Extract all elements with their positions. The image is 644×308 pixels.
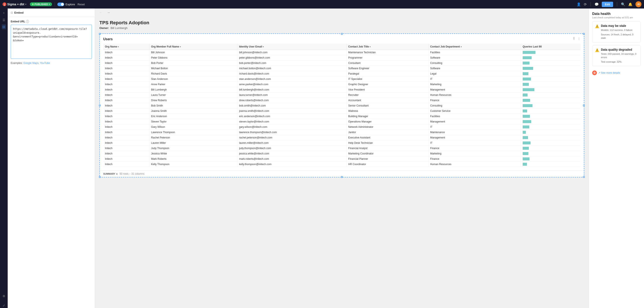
table-row: Initech Judy Thompson judy.thompson@init… — [103, 146, 580, 151]
col-email[interactable]: Identity User Email ▾ — [237, 44, 346, 50]
sidebar-icon-add[interactable]: ＋ — [2, 10, 6, 16]
sidebar-icon-embed[interactable]: ⊡ — [2, 24, 6, 29]
data-health-title: Data health — [592, 12, 640, 16]
table-row: Initech Lawrence Thompson lawrence.thomp… — [103, 130, 580, 135]
col-member-name[interactable]: Org Member Full Name ▾ — [149, 44, 237, 50]
col-title-filter-icon: ▾ — [370, 45, 370, 48]
data-health-panel: Data health Last check completed today a… — [588, 8, 644, 308]
edit-button[interactable]: Edit — [602, 2, 613, 7]
report-title: TPS Reports Adoption — [99, 20, 584, 25]
sidebar-icon-settings[interactable]: ⚙ — [2, 294, 6, 299]
cell-bar — [521, 140, 580, 146]
published-badge[interactable]: PUBLISHED — [30, 2, 52, 6]
cell-email: mark.roberts@initech.com — [237, 156, 346, 162]
reset-button[interactable]: Reset — [78, 3, 85, 6]
forward-button[interactable]: → — [106, 10, 111, 15]
resize-handle-br[interactable] — [583, 176, 585, 178]
cell-bar — [521, 92, 580, 98]
dbt-logo-icon — [592, 70, 597, 75]
resize-handle-tm[interactable] — [341, 33, 343, 35]
table-row: Initech Drew Roberts drew.roberts@initec… — [103, 98, 580, 103]
cell-bar — [521, 156, 580, 162]
cell-email: lauren.miller@initech.com — [237, 140, 346, 146]
resize-handle-tl[interactable] — [99, 33, 101, 35]
col-job-dept[interactable]: Contact Job Department ▾ — [428, 44, 521, 50]
comment-icon[interactable]: 💬 — [594, 2, 599, 6]
embed-url-label: Embed URL i — [11, 20, 92, 23]
table-row: Initech Gary Wilson gary.wilson@initech.… — [103, 124, 580, 130]
table-row: Initech Lauren Miller lauren.miller@init… — [103, 140, 580, 146]
cell-org: Initech — [103, 146, 149, 151]
table-body: Initech Bill Johnson bill.johnson@initec… — [103, 50, 580, 167]
cell-org: Initech — [103, 92, 149, 98]
cell-email: michael.bolton@initech.com — [237, 66, 346, 71]
quality-warning-icon: ⚠️ — [595, 48, 599, 52]
cell-bar — [521, 146, 580, 151]
table-row: Initech Mark Roberts mark.roberts@initec… — [103, 156, 580, 162]
see-more-link[interactable]: ↗ See more details — [598, 71, 620, 74]
cell-org: Initech — [103, 50, 149, 55]
explore-label: Explore — [66, 3, 75, 6]
table-inner: Users Org Name ▾ — [100, 34, 584, 170]
cell-dept: Maintenance — [428, 130, 521, 135]
app-title: Sigma + dbt — [7, 2, 24, 6]
cell-dept: Finance — [428, 146, 521, 151]
cell-name: Stan Anderson — [149, 76, 237, 82]
cell-name: Bob Smith — [149, 103, 237, 108]
col-job-title[interactable]: Contact Job Title ▾ — [346, 44, 428, 50]
resize-handle-tr[interactable] — [583, 33, 585, 35]
example-google-maps-link[interactable]: Google Maps — [23, 61, 38, 64]
cell-name: Lawrence Thompson — [149, 130, 237, 135]
people-icon[interactable]: 👤 — [576, 2, 581, 6]
search-icon[interactable]: 🔍 — [621, 2, 625, 6]
table-row: Initech Bob Porter bob.porter@initech.co… — [103, 60, 580, 66]
embed-url-input[interactable]: https://metadata.cloud.getdbt.com/exposu… — [11, 25, 92, 59]
main-content: ← → TPS Reports Adoption Owner: Bill Lum… — [95, 8, 588, 308]
cell-title: Vice President — [346, 87, 428, 92]
cell-org: Initech — [103, 87, 149, 92]
table-more-button[interactable]: ⋮ — [576, 36, 581, 41]
bell-icon[interactable]: 🔔 — [628, 2, 632, 6]
table-row: Initech Michael Bolton michael.bolton@in… — [103, 66, 580, 71]
stale-warning-icon: ⚠️ — [595, 24, 599, 28]
cell-name: Laura Turner — [149, 92, 237, 98]
cell-name: Michael Bolton — [149, 66, 237, 71]
data-health-footer: ↗ See more details — [592, 70, 640, 75]
cell-org: Initech — [103, 130, 149, 135]
table-row: Initech Joanna Smith joanna.smith@initec… — [103, 108, 580, 114]
col-queries[interactable]: Queries Last 90 — [521, 44, 580, 50]
cell-dept: Human Resources — [428, 162, 521, 167]
col-org-name[interactable]: Org Name ▾ — [103, 44, 149, 50]
cell-name: Jessica White — [149, 151, 237, 156]
explore-toggle-switch[interactable] — [57, 2, 64, 6]
explore-toggle[interactable]: Explore — [57, 2, 75, 6]
cell-dept: Consulting — [428, 103, 521, 108]
summary-button[interactable]: SUMMARY ∧ — [103, 173, 118, 175]
table-row: Initech Eric Anderson eric.anderson@init… — [103, 114, 580, 119]
cell-email: lawrence.thompson@initech.com — [237, 130, 346, 135]
share-icon[interactable]: ⟳ — [584, 2, 587, 6]
resize-handle-bl[interactable] — [99, 176, 101, 178]
resize-handle-mr[interactable] — [583, 105, 585, 106]
info-icon[interactable]: i — [26, 20, 29, 23]
example-youtube-link[interactable]: YouTube — [40, 61, 50, 64]
cell-email: drew.roberts@initech.com — [237, 98, 346, 103]
table-head: Org Name ▾ Org Member Full Name ▾ — [103, 44, 580, 50]
cell-dept: Customer Service — [428, 108, 521, 114]
cell-name: Bill Lumbergh — [149, 87, 237, 92]
sidebar-icon-share[interactable]: ⤢ — [2, 303, 6, 308]
avatar[interactable]: JD — [636, 1, 642, 7]
cell-bar — [521, 151, 580, 156]
nav-icons-group: 👤 ⟳ 💬 Edit 🔍 🔔 JD — [576, 1, 642, 7]
sidebar-icon-menu[interactable]: ☰ — [2, 17, 6, 22]
cell-dept: Finance — [428, 98, 521, 103]
resize-handle-bm[interactable] — [341, 176, 343, 178]
resize-handle-ml[interactable] — [99, 105, 101, 106]
cell-dept: IT — [428, 140, 521, 146]
cell-org: Initech — [103, 162, 149, 167]
back-button[interactable]: ← — [98, 10, 104, 15]
cell-email: steven.taylor@initech.com — [237, 119, 346, 124]
app-logo[interactable]: ∑ Sigma + dbt ▾ — [2, 2, 26, 6]
app-layout: ＋ ☰ ⊡ ⚙ ⤢ ⊡ Embed Embed URL i https://me… — [0, 0, 644, 308]
table-grid-button[interactable]: ⠿ — [572, 36, 576, 41]
